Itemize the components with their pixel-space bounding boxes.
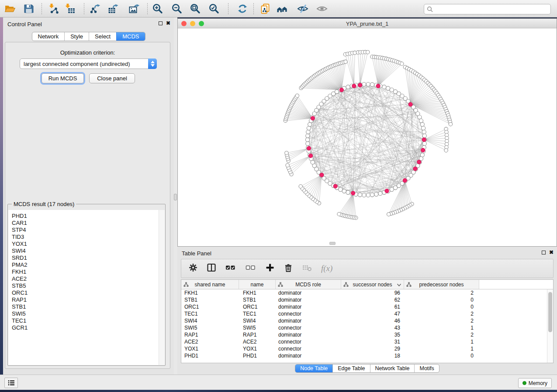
network-node[interactable] bbox=[339, 188, 343, 192]
zoom-in-icon[interactable] bbox=[152, 3, 163, 14]
network-node[interactable] bbox=[295, 94, 299, 97]
network-node[interactable] bbox=[422, 130, 426, 134]
mcds-hub-node[interactable] bbox=[307, 146, 311, 150]
network-node[interactable] bbox=[420, 122, 424, 126]
network-node[interactable] bbox=[444, 148, 448, 152]
toggle-panel-icon[interactable] bbox=[207, 263, 216, 274]
table-row[interactable]: SWI5SWI5connector431 bbox=[181, 324, 547, 331]
add-column-icon[interactable] bbox=[265, 263, 275, 274]
network-node[interactable] bbox=[422, 141, 426, 145]
list-item[interactable]: SWI4 bbox=[12, 248, 165, 254]
network-node[interactable] bbox=[419, 119, 423, 123]
network-node[interactable] bbox=[337, 212, 341, 216]
select-all-icon[interactable] bbox=[225, 263, 236, 274]
network-node[interactable] bbox=[387, 213, 391, 216]
split-pane-divider[interactable] bbox=[174, 17, 177, 375]
network-node[interactable] bbox=[390, 88, 394, 92]
list-item[interactable]: FKH1 bbox=[12, 268, 165, 275]
tab-network[interactable]: Network bbox=[32, 32, 64, 41]
network-node[interactable] bbox=[386, 86, 390, 90]
memory-button[interactable]: Memory bbox=[518, 378, 552, 388]
hide-selected-icon[interactable] bbox=[297, 3, 308, 14]
mcds-hub-node[interactable] bbox=[311, 116, 315, 120]
list-item[interactable]: ORC1 bbox=[12, 289, 165, 296]
delete-columns-icon[interactable] bbox=[284, 263, 293, 274]
mcds-hub-node[interactable] bbox=[385, 189, 389, 193]
mcds-hub-node[interactable] bbox=[309, 154, 313, 158]
optimization-criterion-select[interactable]: largest connected component (undirected) bbox=[20, 58, 157, 69]
network-node[interactable] bbox=[374, 193, 378, 196]
column-header-predecessor-nodes[interactable]: predecessor nodes bbox=[404, 280, 479, 289]
network-node[interactable] bbox=[390, 188, 394, 192]
list-item[interactable]: SRD1 bbox=[12, 254, 165, 261]
list-item[interactable]: STP4 bbox=[12, 227, 165, 234]
network-node[interactable] bbox=[358, 193, 362, 197]
mcds-hub-node[interactable] bbox=[417, 160, 421, 164]
open-file-icon[interactable] bbox=[4, 3, 16, 14]
list-item[interactable]: TEC1 bbox=[12, 317, 165, 324]
list-item[interactable]: GCR1 bbox=[12, 324, 165, 331]
clone-network-icon[interactable] bbox=[259, 3, 271, 14]
first-neighbors-icon[interactable] bbox=[277, 3, 288, 14]
close-panel-icon[interactable]: ✖ bbox=[549, 250, 554, 255]
zoom-fit-icon[interactable] bbox=[190, 3, 201, 14]
network-node[interactable] bbox=[449, 122, 452, 126]
close-panel-icon[interactable]: ✖ bbox=[166, 21, 170, 26]
table-row[interactable]: STB1STB1dominator620 bbox=[181, 296, 547, 303]
save-session-icon[interactable] bbox=[23, 3, 35, 14]
list-item[interactable]: YOX1 bbox=[12, 241, 165, 248]
network-node[interactable] bbox=[422, 134, 426, 138]
network-node[interactable] bbox=[307, 126, 311, 130]
network-node[interactable] bbox=[362, 193, 366, 197]
network-node[interactable] bbox=[306, 134, 310, 138]
import-table-icon[interactable] bbox=[64, 3, 76, 14]
network-node[interactable] bbox=[378, 192, 382, 196]
mcds-hub-node[interactable] bbox=[333, 184, 337, 188]
list-item[interactable]: STB1 bbox=[12, 303, 165, 310]
network-node[interactable] bbox=[306, 141, 310, 145]
list-item[interactable]: CAR1 bbox=[12, 220, 165, 227]
export-table-icon[interactable] bbox=[107, 3, 119, 14]
mcds-hub-node[interactable] bbox=[376, 84, 380, 88]
network-node[interactable] bbox=[393, 186, 397, 189]
network-node[interactable] bbox=[370, 193, 374, 197]
network-hscroll-thumb[interactable] bbox=[329, 242, 336, 245]
table-row[interactable]: TEC1TEC1connector472 bbox=[181, 310, 547, 317]
float-window-icon[interactable] bbox=[159, 21, 163, 25]
list-item[interactable]: TID3 bbox=[12, 234, 165, 241]
list-item[interactable]: SWI5 bbox=[12, 310, 165, 317]
network-node[interactable] bbox=[346, 190, 350, 194]
network-node[interactable] bbox=[344, 60, 347, 63]
tab-motifs[interactable]: Motifs bbox=[414, 364, 439, 372]
deselect-all-icon[interactable] bbox=[245, 263, 256, 274]
network-node[interactable] bbox=[422, 126, 426, 130]
table-settings-icon[interactable] bbox=[188, 263, 198, 274]
run-mcds-button[interactable]: Run MCDS bbox=[42, 73, 84, 83]
network-node[interactable] bbox=[305, 138, 309, 141]
table-row[interactable]: FKH1FKH1dominator962 bbox=[181, 289, 547, 296]
search-input[interactable] bbox=[433, 5, 550, 14]
table-row[interactable]: ACE2ACE2connector311 bbox=[181, 338, 547, 345]
refresh-icon[interactable] bbox=[237, 3, 248, 14]
function-builder-icon[interactable]: f(x) bbox=[321, 264, 332, 273]
mcds-hub-node[interactable] bbox=[421, 148, 425, 152]
network-node[interactable] bbox=[382, 85, 386, 89]
list-item[interactable]: STB5 bbox=[12, 282, 165, 289]
mcds-result-list[interactable]: PHD1CAR1STP4TID3YOX1SWI4SRD1PMA2FKH1ACE2… bbox=[8, 210, 165, 365]
network-node[interactable] bbox=[308, 122, 312, 126]
column-header-shared-name[interactable]: shared name bbox=[181, 280, 239, 289]
network-node[interactable] bbox=[362, 83, 366, 86]
table-scrollbar[interactable] bbox=[547, 289, 553, 363]
mcds-hub-node[interactable] bbox=[422, 138, 426, 141]
task-history-button[interactable] bbox=[4, 378, 18, 388]
export-network-icon[interactable] bbox=[90, 3, 101, 14]
network-node[interactable] bbox=[299, 185, 302, 188]
table-row[interactable]: ORC1ORC1dominator610 bbox=[181, 303, 547, 310]
tab-select[interactable]: Select bbox=[89, 32, 116, 41]
mcds-hub-node[interactable] bbox=[351, 191, 355, 195]
close-panel-button[interactable]: Close panel bbox=[89, 73, 135, 83]
mcds-list-scrollbar[interactable] bbox=[159, 210, 165, 365]
network-node[interactable] bbox=[400, 62, 404, 65]
mcds-hub-node[interactable] bbox=[408, 103, 412, 107]
list-item[interactable]: PMA2 bbox=[12, 261, 165, 268]
